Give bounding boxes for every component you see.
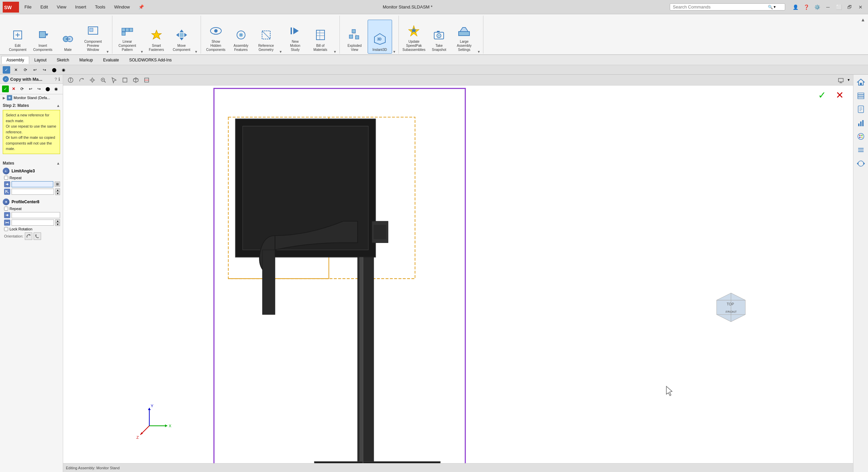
insert-components-button[interactable]: InsertComponents <box>31 20 55 54</box>
mate1-angle-spin-down[interactable]: ▼ <box>55 192 60 195</box>
ring-icon[interactable]: ◉ <box>52 85 60 93</box>
orient-btn-1[interactable] <box>25 232 32 240</box>
mate-button[interactable]: Mate <box>56 20 80 54</box>
large-assembly-settings-button[interactable]: LargeAssemblySettings <box>452 20 476 54</box>
vp-orient-btn[interactable] <box>66 76 75 84</box>
assembly-features-button[interactable]: AssemblyFeatures <box>229 20 253 54</box>
rp-palette-button[interactable] <box>855 130 867 143</box>
user-icon[interactable]: 👤 <box>791 3 800 11</box>
menu-edit[interactable]: Edit <box>39 4 49 10</box>
menu-view[interactable]: View <box>55 4 68 10</box>
orient-btn-2[interactable] <box>34 232 41 240</box>
rp-page-button[interactable] <box>855 103 867 115</box>
mate1-reference-input[interactable] <box>12 181 53 187</box>
viewport-confirm-button[interactable]: ✓ <box>815 88 829 102</box>
cancel-icon[interactable]: ✕ <box>10 85 17 93</box>
toolbar-collapse-button[interactable]: ▲ <box>861 17 865 22</box>
rp-chart-button[interactable] <box>855 117 867 129</box>
rp-home-button[interactable] <box>855 76 867 88</box>
mate2-dist-spin-up[interactable]: ▲ <box>55 219 60 223</box>
tab-layout[interactable]: Layout <box>29 56 52 64</box>
bill-of-materials-button[interactable]: Bill ofMaterials <box>308 20 333 54</box>
take-snapshot-button[interactable]: TakeSnapshot <box>427 20 451 54</box>
vp-pan-btn[interactable] <box>88 76 97 84</box>
smart-fasteners-button[interactable]: SmartFasteners <box>144 20 169 54</box>
ctx-dot2[interactable]: ◉ <box>60 66 67 74</box>
rp-layers-button[interactable] <box>855 90 867 102</box>
rp-refresh-button[interactable] <box>855 157 867 170</box>
tab-sketch[interactable]: Sketch <box>52 56 74 64</box>
confirm-icon[interactable]: ✓ <box>2 86 9 92</box>
group2-dropdown[interactable]: ▼ <box>140 50 144 54</box>
help-icon[interactable]: ❓ <box>801 3 811 11</box>
viewport-cancel-button[interactable]: ✕ <box>833 88 846 102</box>
reference-geometry-button[interactable]: ReferenceGeometry <box>254 20 278 54</box>
menu-pin[interactable]: 📌 <box>137 4 145 10</box>
mate1-angle-spin-up[interactable]: ▲ <box>55 188 60 192</box>
vp-display-btn[interactable] <box>836 76 846 84</box>
group5-dropdown[interactable]: ▼ <box>333 50 337 54</box>
group4-dropdown[interactable]: ▼ <box>279 50 282 54</box>
ctx-redo-button[interactable]: ↪ <box>41 66 48 74</box>
mate2-distance-input[interactable]: 0.00mm <box>12 220 54 226</box>
menu-tools[interactable]: Tools <box>94 4 107 10</box>
viewport[interactable]: ▼ ✓ ✕ <box>63 75 853 472</box>
update-speedpak-button[interactable]: UpdateSpeedPakSubassemblies <box>402 20 426 54</box>
new-motion-study-button[interactable]: NewMotionStudy <box>283 20 308 54</box>
vp-box-btn[interactable] <box>131 76 141 84</box>
tab-assembly[interactable]: Assembly <box>1 56 29 64</box>
mates-collapse-button[interactable]: ▲ <box>56 161 60 165</box>
linear-component-pattern-button[interactable]: LinearComponentPattern <box>115 20 140 54</box>
maximize-button[interactable]: 🗗 <box>845 3 854 11</box>
settings-icon[interactable]: ⚙️ <box>812 3 822 11</box>
menu-window[interactable]: Window <box>113 4 131 10</box>
group7-dropdown[interactable]: ▼ <box>477 50 480 54</box>
ctx-check-button[interactable]: ✓ <box>3 66 10 74</box>
feature-tree-root[interactable]: ▶ Monitor Stand (Defa... <box>0 94 63 101</box>
edit-component-button[interactable]: EditComponent <box>5 20 30 54</box>
vp-zoom-btn[interactable] <box>98 76 108 84</box>
instant3d-button[interactable]: 3D Instant3D <box>368 20 392 54</box>
mate1-repeat-checkbox[interactable] <box>4 176 8 180</box>
show-hidden-components-button[interactable]: ShowHiddenComponents <box>204 20 228 54</box>
lock-rotation-checkbox[interactable] <box>4 227 8 231</box>
component-preview-window-button[interactable]: ComponentPreviewWindow <box>81 20 105 54</box>
ctx-rebuild-button[interactable]: ⟳ <box>22 66 29 74</box>
vp-section-btn[interactable] <box>142 76 151 84</box>
dropdown-icon[interactable]: ▼ <box>773 5 776 9</box>
mate1-angle-input[interactable]: 21.07258239deg <box>12 189 54 195</box>
exploded-view-button[interactable]: ExplodedView <box>343 20 367 54</box>
group6-dropdown[interactable]: ▼ <box>393 50 396 54</box>
prev-icon[interactable]: ↩ <box>27 85 34 93</box>
group3-dropdown[interactable]: ▼ <box>195 50 198 54</box>
move-component-button[interactable]: MoveComponent <box>169 20 194 54</box>
panel-help-button[interactable]: ? <box>55 77 57 82</box>
mate2-repeat-checkbox[interactable] <box>4 207 8 211</box>
ctx-undo-button[interactable]: ↩ <box>31 66 39 74</box>
restore-button[interactable]: ⬜ <box>834 3 844 11</box>
search-input[interactable] <box>673 4 768 10</box>
next-icon[interactable]: ↪ <box>35 85 43 93</box>
ctx-cancel-button[interactable]: ✕ <box>12 66 20 74</box>
mate2-reference-input[interactable] <box>12 212 60 218</box>
mate2-dist-spin-down[interactable]: ▼ <box>55 223 60 226</box>
vp-display-dropdown[interactable]: ▼ <box>847 78 850 82</box>
step-collapse-button[interactable]: ▲ <box>56 103 60 108</box>
tab-markup[interactable]: Markup <box>74 56 98 64</box>
group1-dropdown[interactable]: ▼ <box>106 50 109 54</box>
rp-list-button[interactable] <box>855 144 867 156</box>
ctx-dot1[interactable]: ⬤ <box>50 66 58 74</box>
menu-file[interactable]: File <box>23 4 33 10</box>
vp-rotate-btn[interactable] <box>77 76 86 84</box>
mate1-ref-expand[interactable]: ⊞ <box>55 182 60 187</box>
dot-icon[interactable]: ⬤ <box>44 85 51 93</box>
feature-tree-expand-icon[interactable]: ▶ <box>3 96 5 100</box>
tab-addins[interactable]: SOLIDWORKS Add-Ins <box>124 56 177 64</box>
close-button[interactable]: ✕ <box>856 3 865 11</box>
vp-wire-btn[interactable] <box>120 76 130 84</box>
vp-select-btn[interactable] <box>109 76 119 84</box>
rebuild-icon[interactable]: ⟳ <box>18 85 26 93</box>
panel-info-button[interactable]: ℹ <box>58 77 60 82</box>
minimize-button[interactable]: ─ <box>823 3 833 11</box>
search-bar[interactable]: 🔍 ▼ <box>670 3 785 11</box>
